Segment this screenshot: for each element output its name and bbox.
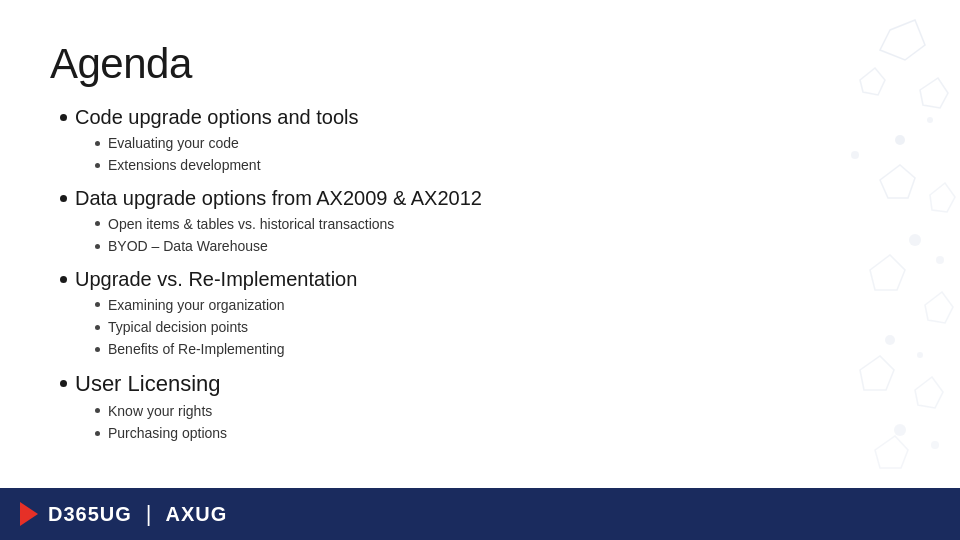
bullet-icon <box>60 195 67 202</box>
sub-bullet-icon <box>95 221 100 226</box>
sub-item-text: Open items & tables vs. historical trans… <box>108 213 394 235</box>
sub-item-text: Extensions development <box>108 154 261 176</box>
svg-point-16 <box>894 424 906 436</box>
sub-item-text: Evaluating your code <box>108 132 239 154</box>
sub-item-text: Purchasing options <box>108 422 227 444</box>
logo: D365UG | AXUG <box>20 501 227 527</box>
bullet-icon <box>60 380 67 387</box>
sub-item-text: Typical decision points <box>108 316 248 338</box>
sub-bullet-icon <box>95 302 100 307</box>
svg-marker-14 <box>860 356 894 390</box>
logo-divider: | <box>146 501 152 527</box>
svg-marker-6 <box>880 165 915 198</box>
svg-point-17 <box>931 441 939 449</box>
section-label: User Licensing <box>75 371 221 397</box>
sub-item-text: BYOD – Data Warehouse <box>108 235 268 257</box>
section-label: Data upgrade options from AX2009 & AX201… <box>75 187 482 210</box>
svg-point-4 <box>927 117 933 123</box>
sub-bullet-icon <box>95 244 100 249</box>
svg-marker-18 <box>875 436 908 468</box>
logo-triangle-icon <box>20 502 38 526</box>
sub-bullet-icon <box>95 141 100 146</box>
sub-bullet-icon <box>95 431 100 436</box>
svg-marker-11 <box>925 292 953 323</box>
svg-point-5 <box>851 151 859 159</box>
svg-point-12 <box>885 335 895 345</box>
svg-marker-10 <box>870 255 905 290</box>
bullet-icon <box>60 276 67 283</box>
svg-point-9 <box>936 256 944 264</box>
sub-item-text: Benefits of Re-Implementing <box>108 338 285 360</box>
section-label: Code upgrade options and tools <box>75 106 359 129</box>
decorative-background <box>660 0 960 490</box>
svg-marker-7 <box>930 183 955 212</box>
svg-marker-0 <box>880 20 925 60</box>
svg-point-13 <box>917 352 923 358</box>
svg-marker-2 <box>920 78 948 108</box>
logo-text-left: D365UG <box>48 503 132 526</box>
bottom-bar: D365UG | AXUG <box>0 488 960 540</box>
logo-text-right: AXUG <box>166 503 228 526</box>
sub-bullet-icon <box>95 408 100 413</box>
sub-item-text: Examining your organization <box>108 294 285 316</box>
bullet-icon <box>60 114 67 121</box>
sub-bullet-icon <box>95 163 100 168</box>
slide: Agenda Code upgrade options and toolsEva… <box>0 0 960 540</box>
section-label: Upgrade vs. Re-Implementation <box>75 268 357 291</box>
svg-point-3 <box>895 135 905 145</box>
svg-marker-15 <box>915 377 943 408</box>
sub-bullet-icon <box>95 347 100 352</box>
svg-marker-1 <box>860 68 885 95</box>
sub-bullet-icon <box>95 325 100 330</box>
sub-item-text: Know your rights <box>108 400 212 422</box>
svg-point-8 <box>909 234 921 246</box>
